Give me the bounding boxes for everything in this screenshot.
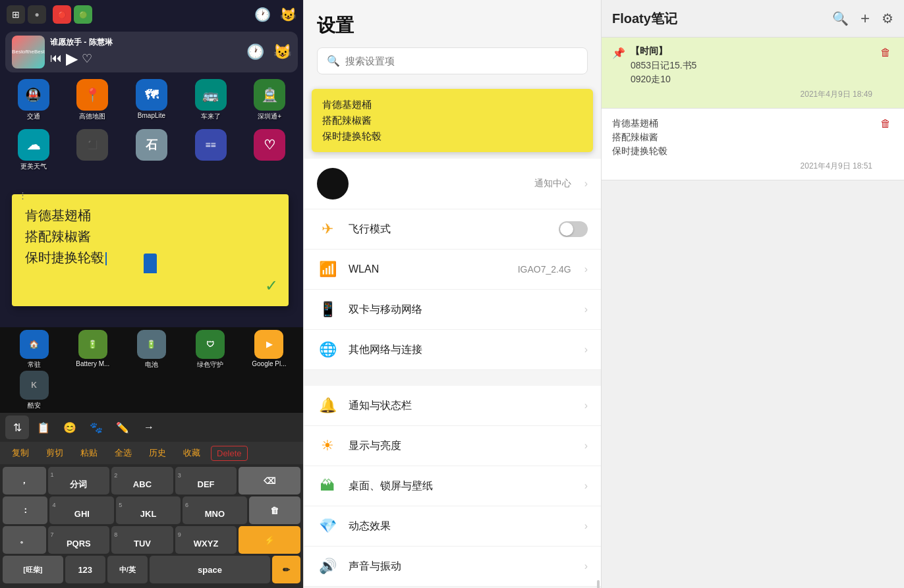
settings-item-sim[interactable]: 📱 双卡与移动网络 › <box>304 290 601 330</box>
settings-item-airplane[interactable]: ✈ 飞行模式 <box>304 209 601 250</box>
kb-6[interactable]: 6 MNO <box>183 496 247 524</box>
kb-delete[interactable]: 🗑 <box>249 496 300 524</box>
scroll-handle[interactable] <box>597 580 600 588</box>
app-label-traffic: 交通 <box>27 112 40 121</box>
kb-1[interactable]: 1 分词 <box>48 467 110 494</box>
kb-8[interactable]: 8 TUV <box>111 526 173 554</box>
kb-9[interactable]: 9 WXYZ <box>175 526 237 554</box>
kb-period[interactable]: 。 <box>3 526 46 554</box>
kb-5[interactable]: 5 JKL <box>116 496 181 524</box>
app-item-traffic[interactable]: 🚇 交通 <box>5 79 62 121</box>
note-content-regular: 肯德基翅桶 搭配辣椒酱 保时捷换轮毂 2021年4月9日 18:51 <box>612 117 872 172</box>
kb-tool-filter[interactable]: ⇅ <box>5 415 29 439</box>
kb-wangchai[interactable]: [旺柴] <box>3 556 63 583</box>
app-label-shenzhen: 深圳通+ <box>258 112 281 121</box>
app-item-buslive[interactable]: 🚌 车来了 <box>183 79 239 121</box>
top-icon-green[interactable]: 🟢 <box>74 5 92 24</box>
kb-123[interactable]: 123 <box>65 556 105 583</box>
kb-pen[interactable]: ✏ <box>272 556 300 583</box>
kb-lang-switch[interactable]: 中/英 <box>107 556 148 583</box>
sticky-note[interactable]: ⋮ 肯德基翅桶 搭配辣椒酱 保时捷换轮毂 ✓ <box>12 194 289 306</box>
kb-backspace[interactable]: ⌫ <box>239 467 300 494</box>
kb-lightning[interactable]: ⚡ <box>239 526 300 554</box>
dock-app-green[interactable]: 🛡 绿色守护 <box>182 330 239 369</box>
display-icon: ☀ <box>317 435 338 456</box>
kb-tool-clipboard[interactable]: 📋 <box>32 415 55 439</box>
settings-item-dynamic[interactable]: 💎 动态效果 › <box>304 506 601 547</box>
app-item-bmap[interactable]: 🗺 BmapLite <box>123 79 180 121</box>
settings-item-network[interactable]: 🌐 其他网络与连接 › <box>304 330 601 370</box>
note-item-pinned[interactable]: 📌 【时间】 0853日记15.书5 0920走10 2021年4月9日 18:… <box>602 38 904 109</box>
settings-item-display[interactable]: ☀ 显示与亮度 › <box>304 426 601 466</box>
kb-tool-arrow[interactable]: → <box>137 415 161 439</box>
edit-paste[interactable]: 粘贴 <box>74 444 104 462</box>
notes-settings-button[interactable]: ⚙ <box>882 11 893 26</box>
app-icon-bmap: 🗺 <box>136 79 167 111</box>
kb-tool-panda[interactable]: 🐾 <box>84 415 108 439</box>
settings-item-sound[interactable]: 🔊 声音与振动 › <box>304 547 601 587</box>
settings-item-desktop[interactable]: 🏔 桌面、锁屏与壁纸 › <box>304 466 601 506</box>
kb-comma[interactable]: ， <box>3 467 46 494</box>
dock-icon-dianchi: 🔋 <box>137 330 166 359</box>
clock-icon: 🕐 <box>254 7 271 22</box>
dock-app-dianchi[interactable]: 🔋 电池 <box>123 330 180 369</box>
music-controls[interactable]: ⏮ ▶ ♡ <box>50 49 237 68</box>
edit-cut[interactable]: 剪切 <box>40 444 70 462</box>
kb-3[interactable]: 3 DEF <box>175 467 237 494</box>
edit-delete[interactable]: Delete <box>211 446 248 461</box>
notes-title: Floaty笔记 <box>612 10 832 28</box>
top-icon-circle[interactable]: ● <box>28 5 46 24</box>
edit-copy[interactable]: 复制 <box>5 444 36 462</box>
kb-colon[interactable]: ： <box>3 496 47 524</box>
search-input[interactable] <box>345 55 578 67</box>
dock-app-resident[interactable]: 🏠 常驻 <box>5 330 63 369</box>
app-item-stone[interactable]: 石 <box>123 129 180 171</box>
play-btn[interactable]: ▶ <box>66 49 78 68</box>
app-item-shenzhen[interactable]: 🚊 深圳通+ <box>241 79 298 121</box>
app-item-misc2[interactable]: ≡≡ <box>183 129 239 171</box>
kb-tool-pen[interactable]: ✏️ <box>111 415 134 439</box>
app-item-misc3[interactable]: ♡ <box>241 129 298 171</box>
sticky-checkmark[interactable]: ✓ <box>265 273 278 298</box>
edit-history[interactable]: 历史 <box>142 444 173 462</box>
dock-app-battery[interactable]: 🔋 Battery M... <box>64 330 121 369</box>
app-icon-misc2: ≡≡ <box>195 129 227 161</box>
dock-app-coolapk[interactable]: K 酷安 <box>5 371 63 410</box>
desktop-chevron-icon: › <box>584 480 588 492</box>
kb-4[interactable]: 4 GHI <box>49 496 114 524</box>
kb-space[interactable]: space <box>150 556 270 583</box>
phone-top-bar: ⊞ ● 🔴 🟢 🕐 😺 <box>0 0 303 29</box>
settings-item-profile[interactable]: 通知中心 › <box>304 159 601 209</box>
notes-add-button[interactable]: + <box>861 9 870 28</box>
kb-tool-emoji[interactable]: 😊 <box>58 415 82 439</box>
kb-2[interactable]: 2 ABC <box>111 467 173 494</box>
wlan-icon: 📶 <box>317 259 338 280</box>
kb-7[interactable]: 7 PQRS <box>48 526 110 554</box>
app-item-weather[interactable]: ☁ 更美天气 <box>5 129 62 171</box>
heart-btn[interactable]: ♡ <box>82 51 92 66</box>
airplane-toggle[interactable] <box>559 221 588 237</box>
app-icon-buslive: 🚌 <box>195 79 227 111</box>
settings-search-bar[interactable]: 🔍 <box>317 47 588 74</box>
app-item-gaode[interactable]: 📍 高德地图 <box>65 79 121 121</box>
edit-selectall[interactable]: 全选 <box>108 444 138 462</box>
top-icon-grid[interactable]: ⊞ <box>7 5 25 24</box>
dock-apps: 🏠 常驻 🔋 Battery M... 🔋 电池 🛡 绿色守护 ▶ Google… <box>0 327 303 413</box>
music-widget: BestoftheBest 谁愿放手 - 陈慧琳 ⏮ ▶ ♡ 🕐 😺 <box>5 32 298 72</box>
top-icon-red[interactable]: 🔴 <box>53 5 71 24</box>
note-regular-line2: 搭配辣椒酱 <box>612 130 872 144</box>
prev-btn[interactable]: ⏮ <box>50 51 62 65</box>
settings-wlan-label: WLAN <box>349 263 507 275</box>
network-icon: 🌐 <box>317 339 338 360</box>
settings-desktop-label: 桌面、锁屏与壁纸 <box>349 479 574 493</box>
note-delete-pinned[interactable]: 🗑 <box>878 45 893 100</box>
music-info: 谁愿放手 - 陈慧琳 ⏮ ▶ ♡ <box>50 37 237 68</box>
dock-app-google[interactable]: ▶ Google Pl... <box>240 330 298 369</box>
note-delete-regular[interactable]: 🗑 <box>878 117 893 172</box>
notes-search-button[interactable]: 🔍 <box>832 11 849 26</box>
settings-item-notification[interactable]: 🔔 通知与状态栏 › <box>304 386 601 426</box>
note-item-regular[interactable]: 肯德基翅桶 搭配辣椒酱 保时捷换轮毂 2021年4月9日 18:51 🗑 <box>602 109 904 180</box>
app-item-misc1[interactable]: ⬛ <box>65 129 121 171</box>
edit-bookmark[interactable]: 收藏 <box>177 444 207 462</box>
settings-item-wlan[interactable]: 📶 WLAN IGAO7_2.4G › <box>304 250 601 290</box>
